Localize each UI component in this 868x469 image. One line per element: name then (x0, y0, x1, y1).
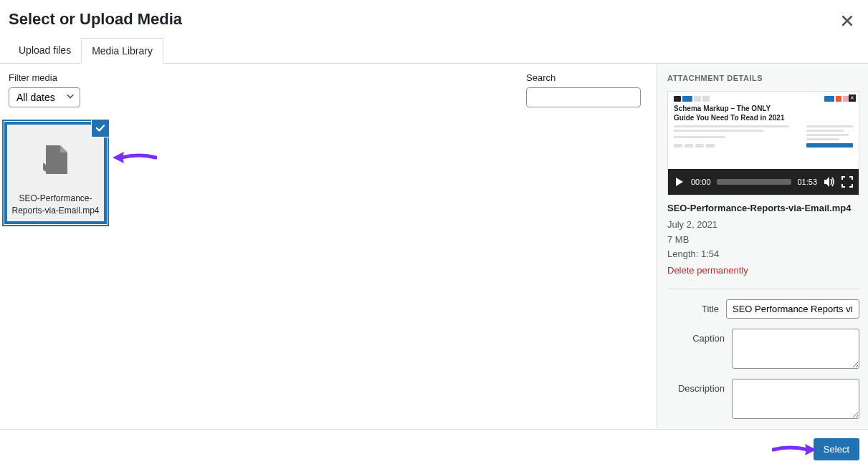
media-item-selected[interactable]: SEO-Performance-Reports-via-Email.mp4 (4, 122, 107, 224)
tabs: Upload files Media Library (0, 38, 868, 64)
select-button[interactable]: Select (814, 438, 859, 460)
modal-footer: Select (0, 429, 868, 469)
selection-checkmark[interactable] (92, 120, 109, 137)
meta-size: 7 MB (667, 233, 859, 248)
media-grid: SEO-Performance-Reports-via-Email.mp4 (0, 112, 657, 234)
fullscreen-icon (841, 176, 853, 188)
media-item-filename: SEO-Performance-Reports-via-Email.mp4 (7, 190, 104, 221)
svg-rect-0 (49, 163, 63, 174)
date-filter-select[interactable]: All dates (9, 87, 80, 107)
volume-icon (823, 175, 836, 188)
media-toolbar: Filter media All dates Search (0, 64, 657, 112)
media-modal: Select or Upload Media Upload files Medi… (0, 0, 868, 469)
caption-label: Caption (667, 329, 725, 344)
modal-header: Select or Upload Media (0, 0, 868, 38)
title-label: Title (667, 299, 719, 314)
delete-permanently-link[interactable]: Delete permanently (667, 263, 748, 279)
current-time: 00:00 (691, 178, 711, 186)
title-input[interactable] (726, 299, 859, 319)
search-label: Search (526, 72, 641, 83)
media-browser: Filter media All dates Search (0, 64, 657, 429)
date-filter-wrap: All dates (9, 87, 80, 107)
play-button[interactable] (674, 176, 685, 188)
search-input[interactable] (526, 87, 641, 107)
annotation-arrow-select (772, 440, 818, 462)
tab-media-library[interactable]: Media Library (81, 38, 163, 64)
video-preview-frame: ✕ Schema Markup – The ONLY Guide You Nee… (668, 92, 859, 169)
tab-upload-files[interactable]: Upload files (9, 38, 81, 63)
fullscreen-button[interactable] (841, 176, 853, 188)
content-area: Filter media All dates Search (0, 64, 868, 429)
close-button[interactable] (838, 11, 857, 31)
preview-topbar (674, 96, 853, 102)
preview-close-icon: ✕ (849, 95, 856, 102)
check-icon (95, 123, 105, 133)
field-description-row: Description (667, 379, 859, 419)
modal-title: Select or Upload Media (9, 10, 182, 29)
divider (667, 289, 859, 289)
meta-date: July 2, 2021 (667, 218, 859, 233)
attachment-meta: SEO-Performance-Reports-via-Email.mp4 Ju… (667, 201, 859, 279)
seek-bar[interactable] (717, 179, 792, 185)
attachment-details-panel: ATTACHMENT DETAILS ✕ Schema Markup – (657, 64, 868, 429)
field-title-row: Title (667, 299, 859, 319)
meta-filename: SEO-Performance-Reports-via-Email.mp4 (667, 201, 859, 216)
video-player-controls: 00:00 01:53 (668, 169, 859, 195)
description-label: Description (667, 379, 725, 394)
volume-button[interactable] (823, 175, 836, 188)
search-group: Search (526, 72, 641, 107)
video-file-icon (39, 125, 73, 190)
close-icon (842, 16, 852, 26)
total-duration: 01:53 (797, 178, 817, 186)
caption-textarea[interactable] (732, 329, 859, 369)
video-preview: ✕ Schema Markup – The ONLY Guide You Nee… (667, 91, 859, 195)
meta-length: Length: 1:54 (667, 247, 859, 262)
filter-media-label: Filter media (9, 72, 80, 83)
preview-title-text: Schema Markup – The ONLY Guide You Need … (674, 105, 792, 122)
attachment-details-heading: ATTACHMENT DETAILS (667, 74, 859, 82)
field-caption-row: Caption (667, 329, 859, 369)
play-icon (674, 176, 685, 188)
annotation-arrow-thumbnail (111, 148, 157, 170)
description-textarea[interactable] (732, 379, 859, 419)
filter-group: Filter media All dates (9, 72, 80, 107)
